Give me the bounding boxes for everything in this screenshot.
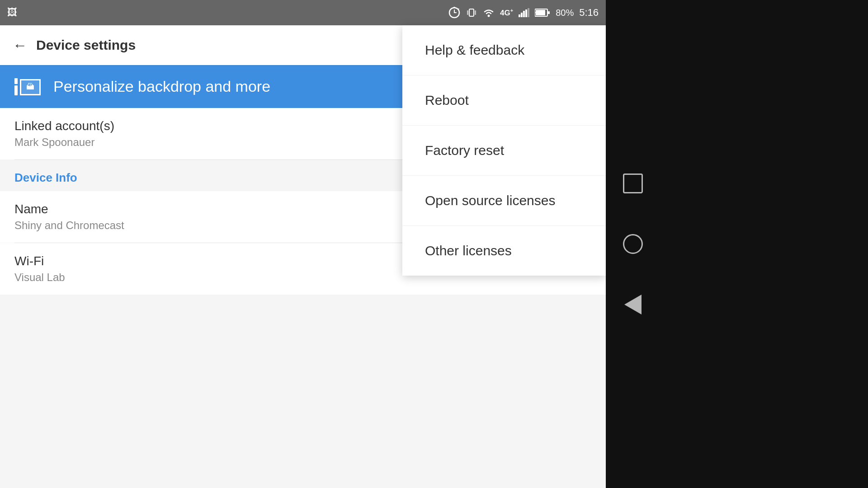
dropdown-item-reboot[interactable]: Reboot [402,75,606,126]
svg-rect-6 [467,10,468,15]
personalize-label: Personalize backdrop and more [53,78,270,95]
svg-rect-13 [528,8,529,17]
device-info-label: Device Info [14,171,77,184]
back-nav-button[interactable] [624,295,642,314]
signal-icon [519,8,529,17]
personalize-icon: 🏔 [14,78,41,95]
battery-icon [535,8,550,17]
network-type: 4G+ [500,8,513,18]
status-bar-right: 4G+ 80% 5:16 [448,7,599,19]
personalize-item[interactable]: 🏔 Personalize backdrop and more [0,65,407,108]
status-bar-left: 🖼 [7,7,17,19]
dropdown-menu: Help & feedback Reboot Factory reset Ope… [402,25,606,276]
svg-rect-15 [536,10,545,15]
svg-rect-5 [469,9,474,16]
black-side-bar [660,0,868,488]
vibrate-icon [466,7,477,19]
svg-point-8 [488,15,490,17]
dropdown-item-other-licenses[interactable]: Other licenses [402,226,606,276]
status-bar: 🖼 4G+ 80% 5:16 [0,0,606,25]
time-display: 5:16 [579,7,599,19]
recent-apps-button[interactable] [623,174,643,193]
alarm-icon [448,7,460,19]
svg-rect-11 [523,11,525,17]
dropdown-item-factory-reset[interactable]: Factory reset [402,126,606,176]
back-button[interactable]: ← [13,37,27,54]
wifi-icon [483,8,495,18]
settings-content: ← Device settings 🏔 Personalize backdrop… [0,0,606,488]
svg-rect-9 [519,14,520,17]
image-icon: 🏔 [20,79,41,95]
wifi-primary: Wi-Fi [14,254,65,268]
svg-rect-7 [475,10,476,15]
photo-icon: 🖼 [7,7,17,19]
battery-percent: 80% [556,8,574,18]
wifi-info: Wi-Fi Visual Lab [14,254,65,284]
svg-rect-12 [525,9,527,17]
svg-rect-16 [548,11,550,14]
svg-rect-10 [521,13,523,17]
home-button[interactable] [623,234,643,254]
dropdown-item-help[interactable]: Help & feedback [402,25,606,75]
wifi-secondary: Visual Lab [14,271,65,284]
page-title: Device settings [36,38,136,53]
svg-line-4 [458,9,459,9]
dropdown-item-open-source[interactable]: Open source licenses [402,176,606,226]
android-nav-bar [606,0,660,488]
